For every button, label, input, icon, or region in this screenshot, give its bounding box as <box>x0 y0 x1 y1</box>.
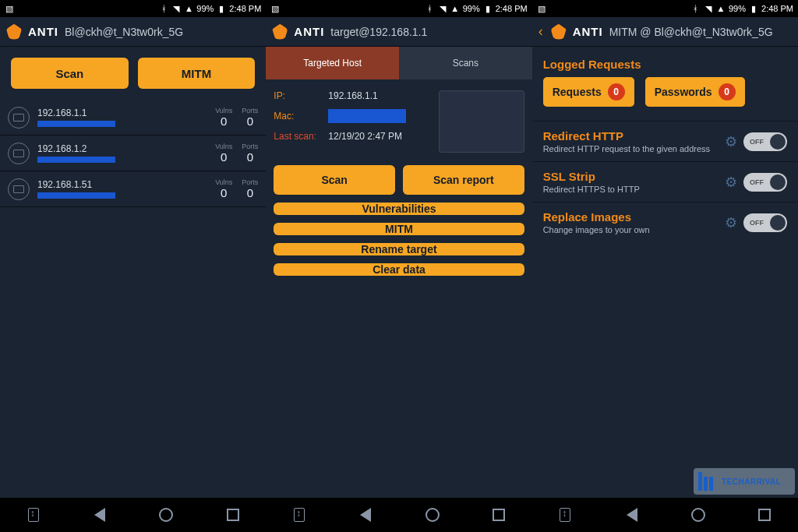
screenshot-icon: ▧ <box>5 4 14 13</box>
signal-icon: ▲ <box>450 4 460 13</box>
nav-back-button[interactable] <box>91 506 108 523</box>
lastscan-value: 12/19/20 2:47 PM <box>328 131 402 142</box>
bluetooth-icon: ᚼ <box>159 4 168 13</box>
host-row[interactable]: 192.168.1.51 Vulns0 Ports0 <box>0 171 266 207</box>
screen-network: ▧ ᚼ ◥ ▲ 99% ▮ 2:48 PM ANTI Bl@ckh@t_N3tw… <box>0 0 266 532</box>
nav-home-button[interactable] <box>157 506 175 523</box>
nav-extra-button[interactable] <box>291 506 308 523</box>
signal-icon: ▲ <box>184 4 193 13</box>
app-header: ANTI target@192.168.1.1 <box>266 17 531 47</box>
ip-value: 192.168.1.1 <box>328 90 377 101</box>
scan-button[interactable]: Scan <box>274 165 395 195</box>
clear-data-button[interactable]: Clear data <box>274 263 524 276</box>
bluetooth-icon: ᚼ <box>425 4 435 13</box>
clock: 2:48 PM <box>229 4 261 13</box>
logged-requests-title: Logged Requests <box>532 47 798 77</box>
back-icon[interactable]: ‹ <box>538 23 543 40</box>
app-logo-icon <box>272 24 288 40</box>
screenshot-icon: ▧ <box>537 4 546 13</box>
toggle-redirect-http[interactable]: OFF <box>743 132 787 151</box>
mac-value-redacted <box>328 109 406 123</box>
nav-extra-button[interactable] <box>25 506 42 523</box>
battery-icon: ▮ <box>749 4 758 13</box>
host-ip: 192.168.1.1 <box>37 107 207 118</box>
watermark: TECHARRIVAL <box>694 468 795 495</box>
scan-button[interactable]: Scan <box>11 58 129 89</box>
requests-badge: 0 <box>608 83 625 100</box>
device-icon <box>8 143 30 164</box>
lastscan-label: Last scan: <box>274 131 328 142</box>
signal-icon: ▲ <box>716 4 726 13</box>
host-ip: 192.168.1.51 <box>37 179 207 190</box>
device-thumbnail <box>439 90 524 153</box>
screen-mitm: ▧ ᚼ ◥ ▲ 99% ▮ 2:48 PM ‹ ANTI MITM @ Bl@c… <box>532 0 798 532</box>
setting-ssl-strip: SSL Strip Redirect HTTPS to HTTP ⚙ OFF <box>532 161 798 202</box>
rename-target-button[interactable]: Rename target <box>274 243 524 255</box>
screenshot-icon: ▧ <box>270 4 280 13</box>
app-logo-icon <box>551 24 567 40</box>
nav-recent-button[interactable] <box>490 506 507 523</box>
nav-extra-button[interactable] <box>556 506 574 523</box>
device-icon <box>8 107 30 129</box>
battery-icon: ▮ <box>217 4 226 13</box>
host-list: 192.168.1.1 Vulns0 Ports0 192.168.1.2 <box>0 100 266 207</box>
mac-label: Mac: <box>274 111 328 122</box>
bluetooth-icon: ᚼ <box>691 4 701 13</box>
battery-icon: ▮ <box>483 4 493 13</box>
host-progress <box>37 192 115 199</box>
nav-bar <box>532 498 798 532</box>
nav-recent-button[interactable] <box>224 506 242 523</box>
host-row[interactable]: 192.168.1.1 Vulns0 Ports0 <box>0 100 266 136</box>
passwords-badge: 0 <box>719 83 736 100</box>
host-progress <box>37 157 115 163</box>
wifi-icon: ◥ <box>171 4 181 13</box>
mitm-button[interactable]: MITM <box>138 58 256 89</box>
target-subtitle: target@192.168.1.1 <box>330 26 525 38</box>
scan-report-button[interactable]: Scan report <box>403 165 524 195</box>
gear-icon[interactable]: ⚙ <box>725 214 737 231</box>
status-bar: ▧ ᚼ ◥ ▲ 99% ▮ 2:48 PM <box>0 0 266 17</box>
host-row[interactable]: 192.168.1.2 Vulns0 Ports0 <box>0 136 266 171</box>
gear-icon[interactable]: ⚙ <box>725 174 737 191</box>
device-icon <box>8 178 30 200</box>
app-header: ANTI Bl@ckh@t_N3tw0rk_5G <box>0 17 266 47</box>
toggle-ssl-strip[interactable]: OFF <box>743 173 787 192</box>
nav-back-button[interactable] <box>623 506 641 523</box>
tab-targeted-host[interactable]: Targeted Host <box>266 47 399 79</box>
network-name: Bl@ckh@t_N3tw0rk_5G <box>65 26 260 38</box>
battery-text: 99% <box>196 4 214 13</box>
nav-bar <box>266 498 531 532</box>
host-ip: 192.168.1.2 <box>37 143 207 154</box>
status-bar: ▧ ᚼ ◥ ▲ 99% ▮ 2:48 PM <box>532 0 798 17</box>
app-logo-icon <box>6 24 22 40</box>
requests-button[interactable]: Requests 0 <box>543 77 634 107</box>
passwords-button[interactable]: Passwords 0 <box>645 77 745 107</box>
wifi-icon: ◥ <box>704 4 713 13</box>
setting-replace-images: Replace Images Change images to your own… <box>532 202 798 242</box>
ip-label: IP: <box>274 90 328 101</box>
screen-target: ▧ ᚼ ◥ ▲ 99% ▮ 2:48 PM ANTI target@192.16… <box>266 0 531 532</box>
toggle-replace-images[interactable]: OFF <box>743 213 787 232</box>
status-bar: ▧ ᚼ ◥ ▲ 99% ▮ 2:48 PM <box>266 0 531 17</box>
tab-scans[interactable]: Scans <box>399 47 532 79</box>
nav-bar <box>0 498 266 532</box>
nav-home-button[interactable] <box>690 506 707 523</box>
wifi-icon: ◥ <box>438 4 447 13</box>
setting-redirect-http: Redirect HTTP Redirect HTTP request to t… <box>532 121 798 161</box>
mitm-subtitle: MITM @ Bl@ckh@t_N3tw0rk_5G <box>609 26 792 38</box>
nav-recent-button[interactable] <box>756 506 773 523</box>
app-name: ANTI <box>28 25 58 38</box>
app-header: ‹ ANTI MITM @ Bl@ckh@t_N3tw0rk_5G <box>532 17 798 47</box>
nav-home-button[interactable] <box>424 506 441 523</box>
gear-icon[interactable]: ⚙ <box>725 133 737 150</box>
tabs: Targeted Host Scans <box>266 47 531 79</box>
host-progress <box>37 121 115 127</box>
watermark-logo-icon <box>698 472 717 491</box>
mitm-button[interactable]: MITM <box>274 223 524 235</box>
nav-back-button[interactable] <box>357 506 374 523</box>
vulnerabilities-button[interactable]: Vulnerabilities <box>274 203 524 215</box>
